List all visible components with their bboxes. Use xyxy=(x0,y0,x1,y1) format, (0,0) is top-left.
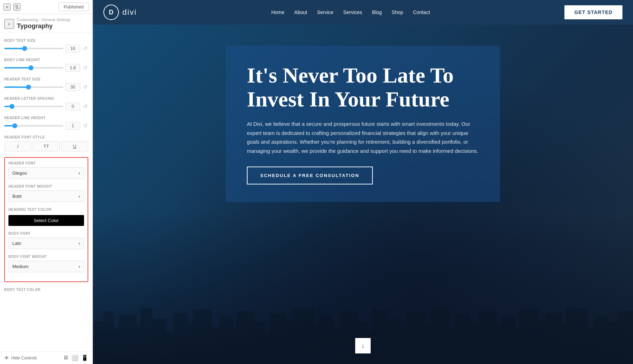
header-text-size-group: HEADER TEXT SIZE 30 ↺ xyxy=(4,77,88,91)
svg-rect-8 xyxy=(173,313,187,364)
header-text-size-slider[interactable] xyxy=(4,86,63,88)
nav-links: Home About Service Services Blog Shop Co… xyxy=(271,9,430,15)
svg-rect-10 xyxy=(193,310,212,364)
svg-rect-43 xyxy=(566,308,587,364)
svg-rect-29 xyxy=(407,313,426,364)
scroll-down: ↓ xyxy=(355,338,371,353)
top-bar-left: × ⇅ xyxy=(4,4,20,11)
hero-content: It's Never Too Late To Invest In Your Fu… xyxy=(212,25,514,216)
heading-text-color-group: HEADING TEXT COLOR Select Color xyxy=(8,208,84,226)
header-letter-spacing-slider[interactable] xyxy=(4,106,63,107)
header-text-size-label: HEADER TEXT SIZE xyxy=(4,77,88,81)
svg-rect-15 xyxy=(252,322,265,364)
body-line-height-value[interactable]: 1.8 xyxy=(65,64,80,72)
published-button[interactable]: Published xyxy=(58,2,89,11)
nav-link-about[interactable]: About xyxy=(294,9,307,15)
nav-link-service[interactable]: Service xyxy=(317,9,333,15)
body-line-height-reset[interactable]: ↺ xyxy=(82,65,88,71)
header-text-size-reset[interactable]: ↺ xyxy=(82,84,88,90)
svg-rect-26 xyxy=(372,310,388,364)
svg-rect-23 xyxy=(340,311,358,364)
hide-controls-label: Hide Controls xyxy=(11,356,37,360)
svg-rect-31 xyxy=(431,308,449,364)
nav-link-home[interactable]: Home xyxy=(271,9,284,15)
hero-description: At Divi, we believe that a secure and pr… xyxy=(247,119,479,155)
nav-link-contact[interactable]: Contact xyxy=(413,9,430,15)
header-line-height-value[interactable]: 1 xyxy=(65,122,80,130)
header-text-size-row: 30 ↺ xyxy=(4,83,88,91)
body-text-size-slider[interactable] xyxy=(4,48,63,49)
body-font-weight-group: BODY FONT WEIGHT Medium Regular Bold Lig… xyxy=(8,255,84,272)
body-font-weight-select[interactable]: Medium Regular Bold Light xyxy=(8,261,84,272)
header-line-height-slider[interactable] xyxy=(4,125,63,126)
underline-button[interactable]: U xyxy=(61,141,88,151)
body-font-select[interactable]: Lato Open Sans Roboto Georgia xyxy=(8,238,84,249)
desktop-icon[interactable]: 🖥 xyxy=(63,355,69,361)
svg-rect-3 xyxy=(119,315,137,364)
header-letter-spacing-value[interactable]: 0 xyxy=(65,103,80,110)
back-button[interactable]: ‹ xyxy=(4,19,14,29)
header-font-style-group: HEADER FONT STYLE I TT U xyxy=(4,135,88,151)
svg-rect-45 xyxy=(594,317,608,364)
nav-link-shop[interactable]: Shop xyxy=(392,9,403,15)
svg-rect-27 xyxy=(386,318,400,364)
hero-title: It's Never Too Late To Invest In Your Fu… xyxy=(247,63,479,111)
header-font-weight-select-wrapper: Bold Regular Medium Light ▾ xyxy=(8,190,84,202)
select-color-button[interactable]: Select Color xyxy=(8,215,84,226)
svg-rect-39 xyxy=(519,310,538,364)
navbar: D divi Home About Service Services Blog … xyxy=(93,0,633,25)
breadcrumb-title: Typography xyxy=(17,22,70,30)
navbar-logo: D divi xyxy=(103,5,137,20)
consultation-button[interactable]: SCHEDULE A FREE CONSULTATION xyxy=(247,167,373,184)
header-letter-spacing-row: 0 ↺ xyxy=(4,103,88,110)
nav-link-blog[interactable]: Blog xyxy=(372,9,382,15)
svg-rect-19 xyxy=(293,308,314,364)
header-letter-spacing-group: HEADER LETTER SPACING 0 ↺ xyxy=(4,97,88,110)
body-text-color-label: BODY TEXT COLOR xyxy=(4,288,88,292)
body-line-height-row: 1.8 ↺ xyxy=(4,64,88,72)
hide-controls[interactable]: 👁 Hide Controls xyxy=(4,355,37,361)
svg-rect-41 xyxy=(545,313,561,364)
scroll-box[interactable]: ↓ xyxy=(355,338,371,353)
header-line-height-label: HEADER LINE HEIGHT xyxy=(4,116,88,120)
left-panel: × ⇅ Published ‹ Customizing › General Se… xyxy=(0,0,93,364)
device-icons: 🖥 ⬜ 📱 xyxy=(63,355,88,361)
body-font-group: BODY FONT Lato Open Sans Roboto Georgia … xyxy=(8,232,84,249)
body-text-size-group: BODY TEXT SIZE 16 ↺ xyxy=(4,39,88,52)
highlighted-section: HEADER FONT Glegoo Lato Open Sans Roboto… xyxy=(4,157,88,282)
tablet-icon[interactable]: ⬜ xyxy=(71,355,78,361)
header-text-size-value[interactable]: 30 xyxy=(65,83,80,91)
svg-rect-35 xyxy=(479,311,496,364)
svg-rect-37 xyxy=(501,317,516,364)
nav-link-services[interactable]: Services xyxy=(343,9,362,15)
body-text-size-reset[interactable]: ↺ xyxy=(82,45,88,52)
swap-button[interactable]: ⇅ xyxy=(13,4,20,11)
body-font-weight-select-wrapper: Medium Regular Bold Light ▾ xyxy=(8,261,84,272)
body-text-size-row: 16 ↺ xyxy=(4,45,88,52)
svg-rect-5 xyxy=(140,308,153,364)
body-text-size-value[interactable]: 16 xyxy=(65,45,80,52)
breadcrumb: Customizing › General Settings Typograph… xyxy=(17,18,70,30)
get-started-button[interactable]: GET STARTED xyxy=(564,5,622,19)
body-line-height-label: BODY LINE HEIGHT xyxy=(4,58,88,62)
header-font-select[interactable]: Glegoo Lato Open Sans Roboto Georgia xyxy=(8,167,84,179)
svg-rect-34 xyxy=(468,322,480,364)
scroll-arrow-icon: ↓ xyxy=(362,342,365,350)
body-text-color-group: BODY TEXT COLOR xyxy=(4,288,88,292)
header-line-height-reset[interactable]: ↺ xyxy=(82,123,88,129)
close-button[interactable]: × xyxy=(4,4,11,11)
body-line-height-slider[interactable] xyxy=(4,67,63,69)
mobile-icon[interactable]: 📱 xyxy=(81,355,88,361)
svg-rect-6 xyxy=(151,318,167,364)
header-font-weight-select[interactable]: Bold Regular Medium Light xyxy=(8,190,84,202)
italic-button[interactable]: I xyxy=(4,141,31,151)
header-letter-spacing-reset[interactable]: ↺ xyxy=(82,103,88,110)
eye-icon: 👁 xyxy=(4,355,9,361)
header-font-label: HEADER FONT xyxy=(8,161,84,165)
city-buildings xyxy=(93,294,633,364)
svg-rect-21 xyxy=(319,315,333,364)
hero-section: It's Never Too Late To Invest In Your Fu… xyxy=(93,25,633,364)
svg-rect-12 xyxy=(219,317,233,364)
breadcrumb-area: ‹ Customizing › General Settings Typogra… xyxy=(0,14,92,33)
tt-button[interactable]: TT xyxy=(33,141,60,151)
